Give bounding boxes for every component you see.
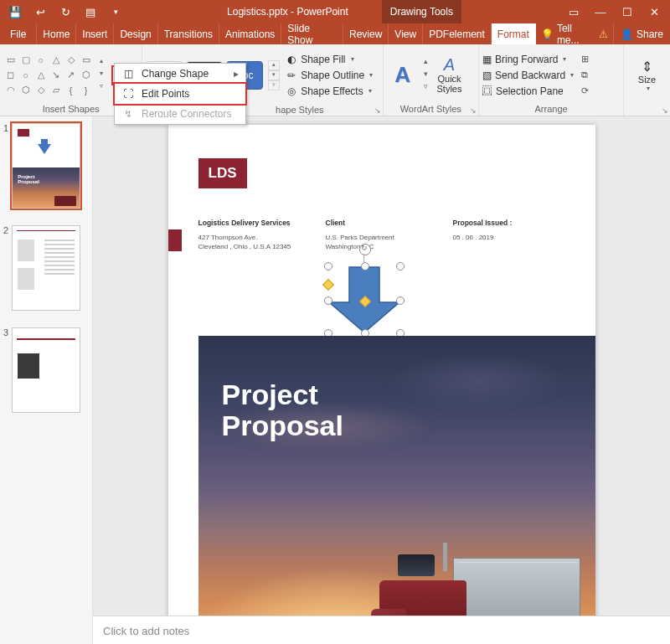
thumbnail-slide-2[interactable]: [12, 225, 80, 311]
menu-edit-points-label: Edit Points: [142, 88, 189, 100]
thumbnail-slide-3[interactable]: [12, 327, 80, 413]
shape-effects-button[interactable]: ◎Shape Effects▾: [285, 84, 373, 99]
send-backward-icon: ▧: [482, 70, 492, 81]
shapes-gallery[interactable]: ▭▢○△◇▭ ◻○△↘↗⬡ ◠⬡◇▱{}: [3, 53, 93, 97]
style-up-icon[interactable]: ▴: [268, 60, 280, 70]
align-icon[interactable]: ⊞: [578, 52, 591, 67]
slide-title-line2: Proposal: [222, 410, 343, 441]
selection-pane-button[interactable]: ⿴Selection Pane: [482, 84, 574, 99]
title-bar: 💾 ↩ ↻ ▤ ▾ Logistics.pptx - PowerPoint Dr…: [0, 0, 670, 23]
tab-view[interactable]: View: [389, 23, 423, 44]
thumb1-title: Project Proposal: [18, 174, 39, 184]
quick-styles-button[interactable]: A Quick Styles: [437, 55, 462, 94]
shape-styles-dialog-icon[interactable]: ↘: [374, 106, 381, 115]
start-slideshow-icon[interactable]: ▤: [82, 3, 99, 20]
company-heading: Logistics Delivery Services: [198, 219, 316, 227]
tab-animations[interactable]: Animations: [219, 23, 281, 44]
ribbon-tabs: File Home Insert Design Transitions Anim…: [0, 23, 670, 44]
logo-box: LDS: [198, 158, 247, 188]
selected-arrow-shape[interactable]: [327, 265, 401, 334]
notes-pane[interactable]: Click to add notes: [93, 616, 670, 644]
quick-styles-icon: A: [444, 55, 455, 75]
truck-illustration: [371, 549, 580, 616]
size-label: Size: [638, 75, 656, 85]
close-icon[interactable]: ✕: [645, 3, 663, 21]
style-more-icon[interactable]: ▿: [268, 80, 280, 90]
bring-forward-button[interactable]: ▦Bring Forward▾: [482, 52, 574, 67]
quick-styles-label: Quick Styles: [437, 75, 462, 94]
warning-icon: ⚠: [599, 28, 608, 40]
handle-tl[interactable]: [324, 262, 332, 270]
tell-me-label: Tell me...: [557, 23, 595, 46]
handle-tm[interactable]: [361, 262, 369, 270]
ribbon: ▭▢○△◇▭ ◻○△↘↗⬡ ◠⬡◇▱{} ▴ ▾ ▿ ▾ Insert Shap…: [0, 44, 670, 116]
change-shape-icon: ◫: [121, 67, 135, 80]
group-label-wordart: WordArt Styles: [387, 104, 475, 115]
thumb-number-2: 2: [3, 225, 8, 311]
rotate-icon[interactable]: ⟳: [578, 84, 591, 99]
tab-design[interactable]: Design: [114, 23, 157, 44]
tab-insert[interactable]: Insert: [76, 23, 114, 44]
rotate-handle[interactable]: [359, 244, 371, 255]
wordart-preview[interactable]: A: [387, 57, 419, 94]
group-icon[interactable]: ⧉: [578, 68, 591, 83]
wordart-up-icon[interactable]: ▴: [420, 57, 432, 69]
menu-reroute-label: Reroute Connectors: [142, 108, 231, 120]
tab-file[interactable]: File: [0, 23, 37, 44]
handle-tr[interactable]: [396, 262, 405, 270]
tab-transitions[interactable]: Transitions: [158, 23, 219, 44]
tab-format[interactable]: Format: [492, 23, 536, 44]
qat-dropdown-icon[interactable]: ▾: [107, 3, 124, 20]
tab-slide-show[interactable]: Slide Show: [281, 23, 343, 44]
menu-change-shape[interactable]: ◫ Change Shape ▸: [115, 64, 245, 84]
wordart-down-icon[interactable]: ▾: [420, 70, 432, 81]
style-down-icon[interactable]: ▾: [268, 70, 280, 80]
minimize-icon[interactable]: —: [591, 3, 610, 21]
shape-outline-button[interactable]: ✏Shape Outline▾: [285, 68, 373, 83]
client-line-2: Washington, DC: [326, 243, 443, 250]
tell-me[interactable]: 💡 Tell me... ⚠: [536, 23, 613, 44]
save-icon[interactable]: 💾: [7, 3, 23, 20]
maximize-icon[interactable]: ☐: [618, 3, 636, 21]
size-dialog-icon[interactable]: ↘: [662, 106, 668, 115]
thumbnail-slide-1[interactable]: Project Proposal: [12, 123, 80, 209]
shape-effects-icon: ◎: [285, 85, 297, 97]
shape-outline-icon: ✏: [285, 69, 297, 81]
undo-icon[interactable]: ↩: [32, 3, 49, 20]
thumb-number-3: 3: [3, 327, 8, 413]
workspace: 1 Project Proposal 2 3: [0, 116, 670, 644]
slide-thumbnails-panel: 1 Project Proposal 2 3: [0, 116, 93, 644]
ribbon-display-icon[interactable]: ▭: [564, 3, 583, 21]
menu-change-shape-label: Change Shape: [142, 68, 209, 80]
addr-line-2: Cleveland , Ohio , U.S.A 12345: [198, 243, 316, 250]
menu-edit-points[interactable]: ⛶ Edit Points: [113, 82, 247, 106]
wordart-dialog-icon[interactable]: ↘: [470, 106, 477, 115]
handle-ml[interactable]: [324, 296, 332, 305]
handle-mr[interactable]: [396, 296, 405, 305]
size-button[interactable]: ⇕ Size ▾: [638, 59, 656, 92]
shape-fill-button[interactable]: ◐Shape Fill▾: [285, 52, 373, 67]
send-backward-label: Send Backward: [495, 70, 565, 81]
share-button[interactable]: 👤 Share: [613, 23, 670, 44]
slide-title-line1: Project: [222, 379, 343, 410]
tab-home[interactable]: Home: [37, 23, 76, 44]
gallery-down-icon[interactable]: ▾: [95, 70, 107, 81]
gallery-up-icon[interactable]: ▴: [95, 57, 107, 69]
tab-review[interactable]: Review: [343, 23, 389, 44]
send-backward-button[interactable]: ▧Send Backward▾: [482, 68, 574, 83]
slide-title: Project Proposal: [222, 379, 343, 440]
client-line-1: U.S. Parks Department: [326, 234, 443, 241]
client-heading: Client: [326, 219, 443, 227]
tab-pdfelement[interactable]: PDFelement: [423, 23, 492, 44]
gallery-more-icon[interactable]: ▿: [95, 82, 107, 94]
edit-shape-menu: ◫ Change Shape ▸ ⛶ Edit Points ↯ Reroute…: [114, 63, 246, 125]
addr-line-1: 427 Thompson Ave.: [198, 234, 316, 241]
redo-icon[interactable]: ↻: [57, 3, 74, 20]
shape-outline-label: Shape Outline: [301, 70, 364, 81]
wordart-more-icon[interactable]: ▿: [420, 82, 432, 94]
slide-canvas[interactable]: LDS Logistics Delivery Services 427 Thom…: [168, 125, 595, 616]
edit-points-icon: ⛶: [121, 87, 135, 100]
share-icon: 👤: [621, 28, 633, 40]
thumb-number-1: 1: [3, 123, 8, 209]
side-accent: [168, 229, 182, 251]
